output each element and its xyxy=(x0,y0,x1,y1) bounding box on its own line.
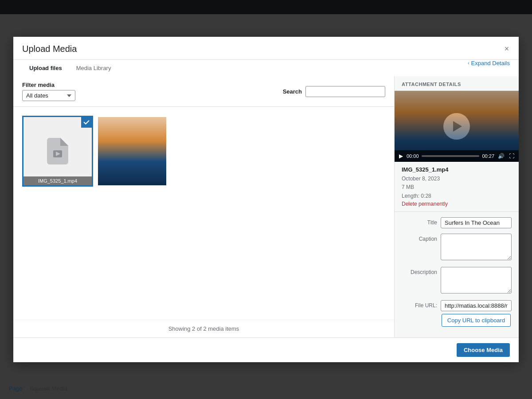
toolbar: Filter media All dates Search xyxy=(13,76,394,107)
file-url-field-wrap: Copy URL to clipboard xyxy=(441,300,512,327)
attachment-details-header: ATTACHMENT DETAILS xyxy=(395,76,519,91)
modal-overlay: Upload Media × Upload files Media Librar… xyxy=(0,0,532,399)
filter-section: Filter media All dates xyxy=(22,82,75,101)
play-pause-button[interactable]: ▶ xyxy=(398,153,404,159)
filter-group: All dates xyxy=(22,90,75,101)
modal-close-button[interactable]: × xyxy=(500,42,513,55)
filter-label: Filter media xyxy=(22,82,75,88)
date-filter-select[interactable]: All dates xyxy=(22,90,75,101)
description-field-wrap xyxy=(441,267,512,295)
file-info: IMG_5325_1.mp4 October 8, 2023 7 MB Leng… xyxy=(395,162,519,212)
title-field-wrap xyxy=(441,217,512,228)
description-textarea[interactable] xyxy=(441,267,512,293)
tab-media-library[interactable]: Media Library xyxy=(69,60,118,77)
video-controls: ▶ 00:00 00:27 🔊 ⛶ xyxy=(395,150,519,162)
right-panel: ATTACHMENT DETAILS ▶ 00:00 00:27 🔊 ⛶ xyxy=(395,76,519,337)
attachment-length: Length: 0:28 xyxy=(402,192,512,200)
search-section: Search xyxy=(283,86,385,97)
description-row: Description xyxy=(402,267,512,295)
description-label: Description xyxy=(402,267,437,275)
expand-details-label: Expand Details xyxy=(471,60,510,66)
media-item-video[interactable]: IMG_5325_1.mp4 xyxy=(22,116,93,187)
tabs-bar: Upload files Media Library ‹ Expand Deta… xyxy=(13,60,519,76)
search-input[interactable] xyxy=(305,86,385,97)
video-progress-bar[interactable] xyxy=(422,155,480,157)
sunset-image xyxy=(98,117,166,185)
video-time-current: 00:00 xyxy=(407,153,419,159)
modal-footer: Choose Media xyxy=(13,337,519,362)
video-player: ▶ 00:00 00:27 🔊 ⛶ xyxy=(395,91,519,162)
fullscreen-button[interactable]: ⛶ xyxy=(508,153,515,159)
modal-header: Upload Media × xyxy=(13,37,519,60)
showing-text: Showing 2 of 2 media items xyxy=(13,320,394,337)
media-grid: IMG_5325_1.mp4 xyxy=(13,107,394,320)
title-row: Title xyxy=(402,217,512,228)
modal-body: Filter media All dates Search xyxy=(13,76,519,337)
left-panel: Filter media All dates Search xyxy=(13,76,395,337)
caption-label: Caption xyxy=(402,234,437,242)
attachment-filename: IMG_5325_1.mp4 xyxy=(402,166,512,173)
tab-upload-files[interactable]: Upload files xyxy=(22,60,69,77)
check-badge xyxy=(81,117,92,128)
mute-button[interactable]: 🔊 xyxy=(497,153,505,159)
video-file-icon xyxy=(47,138,68,164)
caption-row: Caption xyxy=(402,234,512,262)
modal-title: Upload Media xyxy=(22,44,77,59)
attachment-date: October 8, 2023 xyxy=(402,175,512,183)
form-section: Title Caption Description xyxy=(395,212,519,337)
upload-media-modal: Upload Media × Upload files Media Librar… xyxy=(13,37,519,362)
attachment-size: 7 MB xyxy=(402,183,512,192)
file-url-row: File URL: Copy URL to clipboard xyxy=(402,300,512,327)
file-url-label: File URL: xyxy=(402,300,437,309)
caption-textarea[interactable] xyxy=(441,234,512,260)
file-url-input[interactable] xyxy=(441,300,512,311)
copy-url-button[interactable]: Copy URL to clipboard xyxy=(442,314,511,327)
title-input[interactable] xyxy=(441,217,512,228)
expand-details-button[interactable]: ‹ Expand Details xyxy=(468,60,510,66)
choose-media-button[interactable]: Choose Media xyxy=(457,343,510,357)
caption-field-wrap xyxy=(441,234,512,262)
search-label: Search xyxy=(283,88,302,95)
media-item-image[interactable] xyxy=(97,116,168,187)
media-item-filename: IMG_5325_1.mp4 xyxy=(23,176,92,185)
chevron-left-icon: ‹ xyxy=(468,61,469,66)
delete-permanently-link[interactable]: Delete permanently xyxy=(402,201,448,207)
video-time-total: 00:27 xyxy=(482,153,494,159)
title-label: Title xyxy=(402,217,437,226)
